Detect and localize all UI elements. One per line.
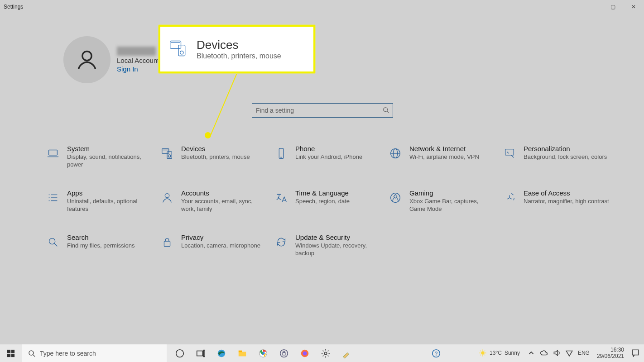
- settings-tile-privacy[interactable]: PrivacyLocation, camera, microphone: [159, 232, 273, 276]
- secure-app-button[interactable]: [274, 344, 294, 362]
- svg-text:?: ?: [435, 350, 438, 357]
- find-setting-search[interactable]: [252, 103, 393, 118]
- svg-rect-41: [239, 350, 242, 352]
- tile-text: DevicesBluetooth, printers, mouse: [181, 145, 250, 161]
- maximize-button[interactable]: ▢: [602, 0, 623, 14]
- callout-desc: Bluetooth, printers, mouse: [197, 52, 281, 60]
- tile-text: GamingXbox Game Bar, captures, Game Mode: [409, 189, 495, 213]
- settings-tile-time-language[interactable]: Time & LanguageSpeech, region, date: [274, 187, 387, 232]
- svg-point-51: [481, 351, 485, 355]
- tile-text: Ease of AccessNarrator, magnifier, high …: [524, 189, 609, 205]
- settings-tile-search[interactable]: SearchFind my files, permissions: [45, 232, 159, 276]
- settings-tile-devices[interactable]: DevicesBluetooth, printers, mouse: [159, 143, 273, 187]
- tile-desc: Windows Update, recovery, backup: [295, 242, 381, 257]
- svg-point-0: [82, 51, 91, 60]
- settings-tile-phone[interactable]: PhoneLink your Android, iPhone: [274, 143, 387, 187]
- settings-tile-system[interactable]: SystemDisplay, sound, notifications, pow…: [45, 143, 159, 187]
- settings-tile-ease-of-access[interactable]: Ease of AccessNarrator, magnifier, high …: [502, 187, 615, 232]
- paint-app-button[interactable]: [336, 344, 357, 362]
- tile-text: AppsUninstall, defaults, optional featur…: [67, 189, 153, 213]
- help-button[interactable]: ?: [426, 344, 447, 362]
- user-info: Local Account Sign In: [117, 47, 159, 73]
- sign-in-link[interactable]: Sign In: [117, 65, 159, 73]
- tray-chevron-icon[interactable]: [527, 349, 535, 357]
- network-tray-icon[interactable]: [565, 349, 573, 357]
- avatar[interactable]: [63, 36, 111, 83]
- tile-title: System: [67, 145, 153, 152]
- callout-text: Devices Bluetooth, printers, mouse: [197, 38, 281, 60]
- svg-rect-32: [7, 353, 10, 357]
- window-title: Settings: [4, 4, 23, 10]
- globe-icon: [388, 146, 403, 161]
- phone-icon: [274, 146, 289, 161]
- tile-desc: Background, lock screen, colors: [524, 153, 607, 161]
- firefox-button[interactable]: [294, 344, 315, 362]
- edge-button[interactable]: [211, 344, 232, 362]
- minimize-button[interactable]: —: [582, 0, 602, 14]
- taskbar: Type here to search ? 13°C Sunny ENG: [0, 344, 644, 362]
- volume-tray-icon[interactable]: [553, 349, 561, 357]
- weather-widget[interactable]: 13°C Sunny: [479, 349, 520, 357]
- svg-point-48: [324, 352, 327, 355]
- svg-point-7: [168, 155, 171, 157]
- taskview-button[interactable]: [190, 344, 211, 362]
- tile-text: AccountsYour accounts, email, sync, work…: [181, 189, 267, 213]
- settings-tile-gaming[interactable]: GamingXbox Game Bar, captures, Game Mode: [388, 187, 501, 232]
- search-icon: [45, 234, 61, 250]
- account-type-label: Local Account: [117, 57, 159, 64]
- settings-taskbar-button[interactable]: [315, 344, 336, 362]
- cortana-button[interactable]: [169, 344, 190, 362]
- tile-title: Network & Internet: [409, 145, 479, 152]
- laptop-icon: [45, 146, 61, 161]
- svg-rect-26: [170, 41, 181, 48]
- explorer-button[interactable]: [232, 344, 253, 362]
- tile-text: PhoneLink your Android, iPhone: [295, 145, 362, 161]
- settings-tile-personalization[interactable]: PersonalizationBackground, lock screen, …: [502, 143, 615, 187]
- svg-point-36: [176, 349, 184, 357]
- tile-desc: Your accounts, email, sync, work, family: [181, 198, 267, 213]
- svg-line-2: [387, 111, 389, 113]
- tile-text: PrivacyLocation, camera, microphone: [181, 233, 260, 250]
- devices-callout: Devices Bluetooth, printers, mouse: [159, 25, 315, 73]
- svg-line-58: [485, 351, 485, 352]
- update-icon: [274, 234, 289, 250]
- username-redacted: [117, 47, 156, 56]
- tile-text: SystemDisplay, sound, notifications, pow…: [67, 145, 153, 169]
- weather-temp: 13°C: [490, 350, 502, 356]
- tile-text: Network & InternetWi-Fi, airplane mode, …: [409, 145, 479, 161]
- svg-rect-45: [283, 352, 285, 355]
- settings-window: Settings — ▢ ✕ Local Account Sign In: [0, 0, 644, 362]
- settings-tile-accounts[interactable]: AccountsYour accounts, email, sync, work…: [159, 187, 273, 232]
- svg-point-20: [165, 194, 169, 198]
- close-button[interactable]: ✕: [623, 0, 644, 14]
- sun-icon: [479, 349, 487, 357]
- search-input[interactable]: [256, 107, 383, 114]
- taskbar-search[interactable]: Type here to search: [22, 344, 167, 362]
- taskbar-clock[interactable]: 16:30 29/06/2021: [597, 347, 624, 360]
- gaming-icon: [388, 190, 403, 205]
- brush-icon: [502, 146, 517, 161]
- svg-line-24: [54, 243, 58, 247]
- callout-dot: [205, 132, 211, 138]
- tile-title: Update & Security: [295, 233, 381, 241]
- settings-tile-apps[interactable]: AppsUninstall, defaults, optional featur…: [45, 187, 159, 232]
- svg-rect-40: [239, 352, 246, 356]
- system-tray: 13°C Sunny ENG 16:30 29/06/2021: [474, 344, 644, 362]
- chrome-button[interactable]: [253, 344, 274, 362]
- tile-text: Update & SecurityWindows Update, recover…: [295, 233, 381, 257]
- weather-cond: Sunny: [505, 350, 520, 356]
- keyboard-lang[interactable]: ENG: [578, 350, 590, 356]
- svg-point-34: [29, 351, 34, 355]
- action-center-icon[interactable]: [631, 349, 639, 357]
- onedrive-tray-icon[interactable]: [540, 349, 548, 357]
- tile-title: Ease of Access: [524, 189, 609, 197]
- svg-line-59: [481, 355, 481, 356]
- settings-tile-update-security[interactable]: Update & SecurityWindows Update, recover…: [274, 232, 387, 276]
- window-controls: — ▢ ✕: [582, 0, 644, 14]
- language-icon: [274, 190, 289, 205]
- start-button[interactable]: [0, 344, 22, 362]
- settings-tile-network-internet[interactable]: Network & InternetWi-Fi, airplane mode, …: [388, 143, 501, 187]
- svg-rect-60: [632, 350, 639, 355]
- svg-rect-25: [164, 241, 170, 246]
- tile-title: Phone: [295, 145, 362, 152]
